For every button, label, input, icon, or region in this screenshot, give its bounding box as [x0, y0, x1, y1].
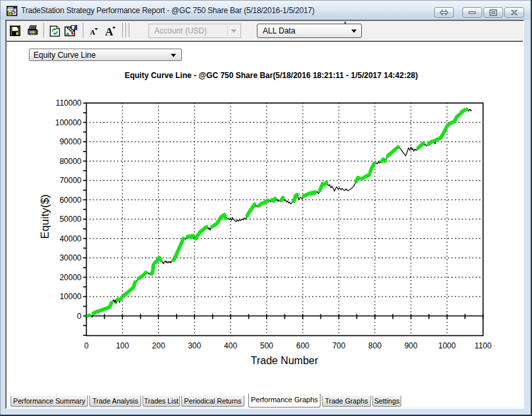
svg-text:1000: 1000: [438, 341, 456, 350]
svg-text:Trade Number: Trade Number: [251, 355, 319, 366]
svg-text:40000: 40000: [60, 234, 82, 243]
svg-text:200: 200: [152, 341, 165, 350]
svg-text:800: 800: [368, 341, 382, 350]
svg-text:1100: 1100: [475, 341, 492, 350]
svg-text:110000: 110000: [56, 98, 81, 108]
svg-text:Equity Curve Line - @GC 750 Sh: Equity Curve Line - @GC 750 Share Bar(5/…: [125, 71, 418, 80]
svg-text:70000: 70000: [60, 176, 82, 185]
svg-text:400: 400: [224, 341, 237, 350]
svg-text:600: 600: [296, 341, 309, 350]
svg-text:50000: 50000: [60, 215, 82, 224]
svg-text:100: 100: [116, 341, 129, 350]
svg-text:0: 0: [84, 341, 89, 350]
svg-text:Equity($): Equity($): [39, 194, 51, 239]
svg-text:80000: 80000: [60, 157, 82, 166]
svg-text:0: 0: [77, 312, 81, 321]
svg-text:10000: 10000: [60, 292, 82, 301]
svg-text:900: 900: [405, 341, 418, 350]
svg-text:100000: 100000: [55, 118, 81, 127]
svg-text:30000: 30000: [60, 253, 82, 262]
svg-text:90000: 90000: [60, 137, 82, 146]
svg-text:700: 700: [332, 341, 345, 350]
svg-text:300: 300: [188, 341, 201, 350]
svg-text:20000: 20000: [60, 273, 82, 282]
svg-text:500: 500: [260, 341, 273, 350]
svg-text:60000: 60000: [60, 196, 82, 205]
